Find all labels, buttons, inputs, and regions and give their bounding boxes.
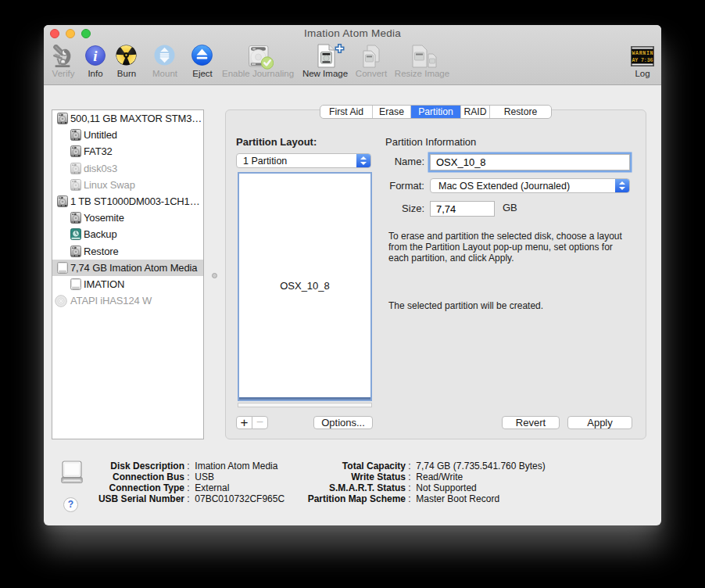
svg-text:i: i xyxy=(93,48,98,64)
svg-text:AY 7:36: AY 7:36 xyxy=(632,58,653,63)
svg-text:WARNIN: WARNIN xyxy=(632,51,653,56)
